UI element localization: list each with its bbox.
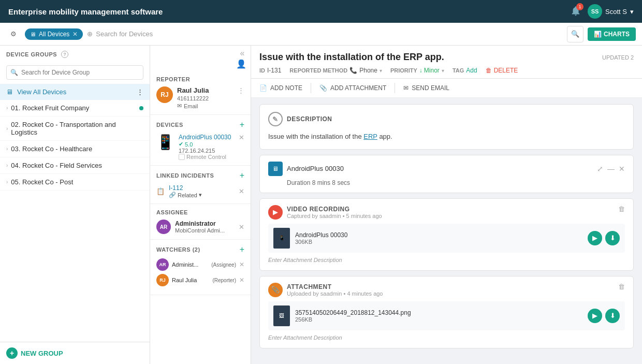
group-name-04: 04. Rocket Co - Field Services xyxy=(11,162,143,169)
expand-session-icon[interactable]: ⤢ xyxy=(597,165,603,173)
issue-id: ID I-131 xyxy=(259,67,281,74)
priority: PRIORITY ↓ Minor ▾ xyxy=(390,67,444,74)
chevron-right-icon: › xyxy=(6,105,8,111)
send-email-button[interactable]: ✉ SEND EMAIL xyxy=(403,84,449,92)
reporter-email-label: Email xyxy=(184,103,198,109)
download-attachment-button[interactable]: ⬇ xyxy=(605,309,620,323)
attachment-description[interactable]: Enter Attachment Description xyxy=(268,333,625,342)
attachment-icon: 📎 xyxy=(319,84,327,92)
remove-watcher-0-icon[interactable]: ✕ xyxy=(239,261,244,268)
view-all-devices[interactable]: 🖥 View All Devices ⋮ xyxy=(0,84,150,100)
download-video-button[interactable]: ⬇ xyxy=(605,231,620,245)
sidebar-item-02[interactable]: › 02. Rocket Co - Transportation and Log… xyxy=(0,117,150,141)
reported-method-label: REPORTED METHOD xyxy=(289,67,347,74)
video-card: ▶ VIDEO RECORDING Captured by saadmin • … xyxy=(259,198,634,271)
add-device-button[interactable]: + xyxy=(240,120,244,129)
delete-video-icon[interactable]: 🗑 xyxy=(618,205,625,213)
incident-id[interactable]: I-112 xyxy=(169,184,235,192)
remove-incident-icon[interactable]: ✕ xyxy=(239,187,244,195)
attachment-file-item: 🖼 357514050206449_2018812_143044.png 256… xyxy=(268,301,625,330)
search-placeholder-text: Search for Devices xyxy=(96,30,153,38)
issue-title: Issue with the installation of the ERP a… xyxy=(259,52,444,63)
remove-watcher-1-icon[interactable]: ✕ xyxy=(239,276,244,284)
sidebar-header: DEVICE GROUPS ? xyxy=(0,46,150,61)
reporter-avatar: RJ xyxy=(156,86,173,103)
watcher-name-1: Raul Julia xyxy=(172,277,209,283)
id-value: I-131 xyxy=(267,67,281,74)
attachment-file-size: 256KB xyxy=(295,316,582,323)
content-area: « 👤 REPORTER RJ Raul Julia 4161112222 ✉ xyxy=(150,46,642,364)
new-group-label: NEW GROUP xyxy=(21,350,63,357)
group-status-dot xyxy=(139,106,143,110)
all-devices-chip[interactable]: 🖥 All Devices ✕ xyxy=(25,28,83,40)
gear-icon[interactable]: ⚙ xyxy=(6,27,21,41)
relation-chevron-icon: ▾ xyxy=(199,192,202,198)
device-search-input[interactable]: ⊕ Search for Devices xyxy=(87,30,563,38)
chevron-right-icon: › xyxy=(6,146,8,152)
session-card: 🖥 AndroidPlus 00030 ⤢ — ✕ Duration 8 min… xyxy=(259,155,634,193)
email-action-icon: ✉ xyxy=(403,84,408,92)
video-attachment-desc[interactable]: Enter Attachment Description xyxy=(268,256,625,264)
attachment-card: 📎 ATTACHMENT Uploaded by saadmin • 4 min… xyxy=(259,276,634,348)
monitor-icon: 🖥 xyxy=(30,31,36,37)
phone-icon: 📞 xyxy=(349,67,357,74)
add-attachment-label: ADD ATTACHMENT xyxy=(330,84,386,92)
attachment-uploaded-by: Uploaded by saadmin xyxy=(287,290,342,297)
reporter-phone: 4161112222 xyxy=(177,95,238,101)
id-label: ID xyxy=(259,67,265,74)
remove-assignee-icon[interactable]: ✕ xyxy=(239,223,244,231)
sidebar-item-03[interactable]: › 03. Rocket Co - Healthcare xyxy=(0,141,150,157)
plus-icon: + xyxy=(6,347,18,359)
play-video-button[interactable]: ▶ xyxy=(588,231,602,245)
add-note-button[interactable]: 📄 ADD NOTE xyxy=(259,84,302,92)
sidebar-item-01[interactable]: › 01. Rocket Fruit Company xyxy=(0,100,150,117)
send-email-label: SEND EMAIL xyxy=(412,84,449,92)
remote-checkbox[interactable] xyxy=(179,154,185,160)
minimize-session-icon[interactable]: — xyxy=(607,165,615,173)
charts-button[interactable]: 📊 CHARTS xyxy=(588,27,636,41)
sidebar-item-04[interactable]: › 04. Rocket Co - Field Services xyxy=(0,157,150,174)
video-file-size: 306KB xyxy=(295,239,582,245)
user-menu[interactable]: SS Scott S ▾ xyxy=(588,4,634,19)
relation-label: Related xyxy=(178,192,197,198)
trash-icon: 🗑 xyxy=(486,67,492,74)
device-group-search-input[interactable] xyxy=(6,65,143,80)
add-note-label: ADD NOTE xyxy=(270,84,302,92)
watcher-item-0: AR Administ... (Assignee) ✕ xyxy=(156,258,244,271)
sidebar-item-05[interactable]: › 05. Rocket Co - Post xyxy=(0,174,150,191)
reported-method: REPORTED METHOD 📞 Phone ▾ xyxy=(289,67,382,74)
chip-close-icon[interactable]: ✕ xyxy=(72,31,78,38)
add-watcher-button[interactable]: + xyxy=(240,245,244,254)
reporter-more-icon[interactable]: ⋮ xyxy=(238,86,244,94)
updated-label: UPDATED 2 xyxy=(602,54,634,61)
add-incident-button[interactable]: + xyxy=(240,171,244,180)
assignee-section-label: ASSIGNEE xyxy=(156,209,188,215)
session-duration: Duration 8 mins 8 secs xyxy=(268,179,625,186)
method-chevron-icon: ▾ xyxy=(380,68,382,74)
delete-attachment-icon[interactable]: 🗑 xyxy=(618,283,625,290)
add-tag-button[interactable]: Add xyxy=(466,67,477,74)
incident-relation[interactable]: 🔗 Related ▾ xyxy=(169,192,235,198)
assignee-avatar: AR xyxy=(156,220,171,234)
device-group-search[interactable]: 🔍 xyxy=(6,65,143,80)
remove-device-icon[interactable]: ✕ xyxy=(239,134,244,141)
view-all-icon: 🖥 xyxy=(6,88,13,96)
assignee-name: Administrator xyxy=(175,220,239,227)
close-session-icon[interactable]: ✕ xyxy=(619,165,625,173)
add-attachment-button[interactable]: 📎 ADD ATTACHMENT xyxy=(319,84,386,92)
erp-link[interactable]: ERP xyxy=(363,133,377,140)
new-group-button[interactable]: + NEW GROUP xyxy=(6,347,143,359)
play-attachment-button[interactable]: ▶ xyxy=(588,309,602,323)
device-name[interactable]: AndroidPlus 00030 xyxy=(179,134,244,141)
panel-collapse-icon[interactable]: « xyxy=(238,49,246,58)
incident-item: 📋 I-112 🔗 Related ▾ ✕ xyxy=(156,184,244,198)
remote-control-label: Remote Control xyxy=(186,154,226,160)
search-icon[interactable]: 🔍 xyxy=(567,26,583,42)
notification-icon[interactable]: 1 xyxy=(570,5,581,18)
device-groups-label: DEVICE GROUPS xyxy=(6,51,57,57)
delete-button[interactable]: 🗑 DELETE xyxy=(486,67,518,74)
view-all-more-icon[interactable]: ⋮ xyxy=(137,88,143,96)
video-separator: • xyxy=(343,213,346,219)
video-file-name: AndroidPlus 00030 xyxy=(295,231,582,239)
email-icon: ✉ xyxy=(177,103,182,109)
